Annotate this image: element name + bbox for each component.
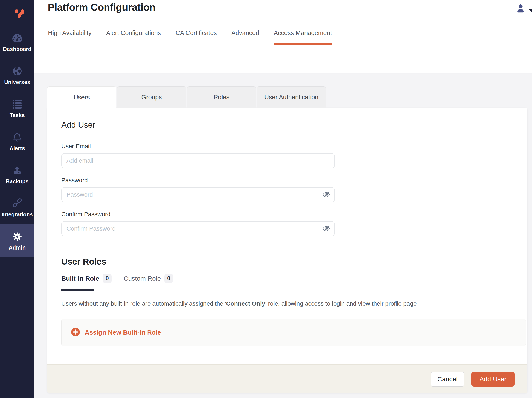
custom-role-count-badge: 0	[164, 274, 173, 283]
confirm-password-label: Confirm Password	[61, 211, 335, 218]
confirm-password-visibility-toggle[interactable]	[322, 224, 330, 233]
subtab-users[interactable]: Users	[47, 86, 116, 108]
role-tab-built-in[interactable]: Built-in Role 0	[61, 274, 112, 283]
add-user-button[interactable]: Add User	[471, 372, 515, 387]
cancel-button[interactable]: Cancel	[431, 372, 464, 387]
connect-only-role-name: Connect Only	[226, 300, 265, 307]
password-input[interactable]	[61, 187, 335, 202]
main-tabs: High Availability Alert Configurations C…	[48, 29, 332, 37]
assign-built-in-role-button[interactable]: Assign New Built-In Role	[61, 319, 526, 346]
sidebar-item-admin[interactable]: Admin	[0, 224, 34, 257]
password-field-group: Password	[61, 177, 335, 202]
admin-gear-icon	[12, 231, 22, 242]
sidebar-item-backups[interactable]: Backups	[0, 158, 34, 191]
page-title: Platform Configuration	[48, 1, 155, 13]
add-user-heading: Add User	[61, 120, 526, 130]
sidebar-item-universes[interactable]: Universes	[0, 59, 34, 92]
add-user-card: Add User User Email Password	[47, 108, 527, 393]
sidebar-item-integrations[interactable]: Integrations	[0, 191, 34, 224]
subtab-roles[interactable]: Roles	[187, 86, 256, 108]
confirm-password-field-group: Confirm Password	[61, 211, 335, 236]
eye-off-icon	[322, 230, 330, 234]
user-roles-heading: User Roles	[61, 257, 526, 267]
tab-advanced[interactable]: Advanced	[231, 29, 259, 37]
main-content: Users Groups Roles User Authentication A…	[34, 73, 532, 398]
tab-high-availability[interactable]: High Availability	[48, 29, 92, 37]
subtab-user-authentication[interactable]: User Authentication	[257, 86, 326, 108]
assign-button-label: Assign New Built-In Role	[85, 329, 161, 336]
user-email-input[interactable]	[61, 153, 335, 168]
confirm-password-input[interactable]	[61, 221, 335, 236]
sidebar-item-alerts[interactable]: Alerts	[0, 125, 34, 158]
user-menu[interactable]	[511, 0, 532, 22]
subtab-groups[interactable]: Groups	[117, 86, 186, 108]
tasks-list-icon	[12, 99, 22, 110]
universes-globe-icon	[12, 66, 22, 76]
integrations-plug-icon	[12, 198, 22, 209]
topbar: Platform Configuration High Availability…	[34, 0, 532, 73]
sidebar-item-label: Alerts	[9, 145, 25, 151]
sidebar-nav: Dashboard Universes	[0, 26, 34, 257]
yugabyte-logo-icon[interactable]	[0, 0, 34, 23]
built-in-role-count-badge: 0	[103, 274, 112, 283]
tab-alert-configurations[interactable]: Alert Configurations	[106, 29, 161, 37]
alerts-bell-icon	[12, 132, 22, 143]
sidebar: Dashboard Universes	[0, 0, 34, 398]
plus-circle-icon	[71, 328, 80, 337]
role-tab-label: Built-in Role	[61, 275, 99, 282]
sidebar-item-label: Tasks	[10, 112, 25, 118]
role-tabs: Built-in Role 0 Custom Role 0	[61, 274, 335, 289]
sidebar-item-tasks[interactable]: Tasks	[0, 92, 34, 125]
eye-off-icon	[322, 196, 330, 200]
backups-upload-icon	[12, 165, 22, 176]
role-tab-custom[interactable]: Custom Role 0	[124, 274, 173, 283]
form-footer: Cancel Add User	[47, 365, 527, 393]
user-email-field-group: User Email	[61, 143, 335, 168]
tab-access-management[interactable]: Access Management	[274, 29, 332, 37]
tab-ca-certificates[interactable]: CA Certificates	[176, 29, 217, 37]
password-visibility-toggle[interactable]	[322, 190, 330, 199]
user-email-label: User Email	[61, 143, 335, 150]
chevron-down-icon	[529, 9, 532, 12]
password-label: Password	[61, 177, 335, 184]
sidebar-item-label: Backups	[6, 178, 29, 185]
built-in-role-note: Users without any built-in role are auto…	[61, 299, 526, 308]
dashboard-gauge-icon	[12, 33, 23, 44]
role-tab-label: Custom Role	[124, 275, 161, 282]
sidebar-item-label: Universes	[4, 79, 30, 85]
sidebar-item-label: Integrations	[1, 211, 33, 218]
user-avatar-icon	[516, 3, 525, 14]
add-user-form: Add User User Email Password	[47, 108, 527, 365]
sidebar-item-label: Admin	[9, 245, 26, 251]
sidebar-item-dashboard[interactable]: Dashboard	[0, 26, 34, 59]
sidebar-item-label: Dashboard	[3, 46, 32, 52]
access-management-subtabs: Users Groups Roles User Authentication	[47, 86, 326, 108]
